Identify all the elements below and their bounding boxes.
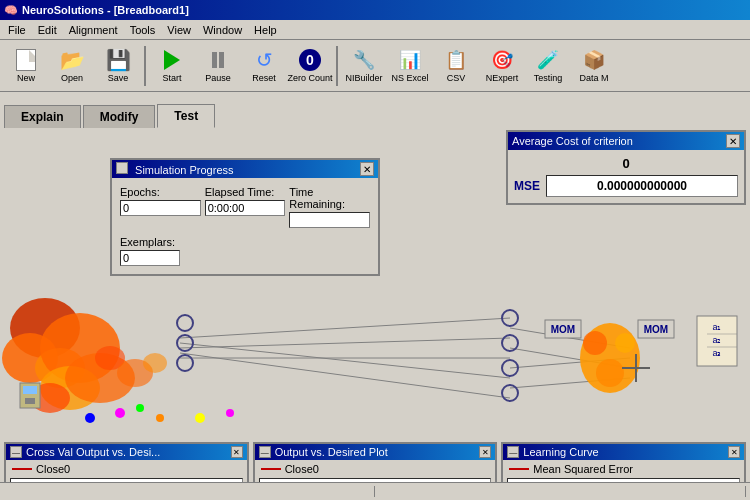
- menu-edit[interactable]: Edit: [32, 22, 63, 38]
- cross-val-close-button[interactable]: ✕: [231, 446, 243, 458]
- cross-val-title: Cross Val Output vs. Desi...: [26, 446, 160, 458]
- zero-count-icon: 0: [298, 48, 322, 72]
- open-button[interactable]: 📂 Open: [50, 43, 94, 89]
- nibuilder-icon: 🔧: [352, 48, 376, 72]
- menu-window[interactable]: Window: [197, 22, 248, 38]
- menu-help[interactable]: Help: [248, 22, 283, 38]
- open-label: Open: [61, 73, 83, 83]
- progress-grid: Epochs: Elapsed Time: Time Remaining:: [120, 186, 370, 228]
- exemplars-label: Exemplars:: [120, 236, 370, 248]
- svg-point-33: [596, 359, 624, 387]
- sim-progress-content: Epochs: Elapsed Time: Time Remaining: Ex…: [112, 178, 378, 274]
- reset-label: Reset: [252, 73, 276, 83]
- title-bar: 🧠 NeuroSolutions - [Breadboard1]: [0, 0, 750, 20]
- reset-button[interactable]: ↺ Reset: [242, 43, 286, 89]
- testing-label: Testing: [534, 73, 563, 83]
- output-desired-legend-line: [261, 468, 281, 470]
- status-bar: [0, 482, 750, 500]
- sim-progress-close-button[interactable]: ✕: [360, 162, 374, 176]
- cross-val-legend: Close0: [6, 460, 247, 478]
- mse-label: MSE: [514, 179, 540, 193]
- menu-file[interactable]: File: [2, 22, 32, 38]
- exemplars-field: Exemplars:: [120, 236, 370, 266]
- remaining-field: Time Remaining:: [289, 186, 370, 228]
- csv-icon: 📋: [444, 48, 468, 72]
- cross-val-minimize-button[interactable]: —: [10, 446, 22, 458]
- menu-view[interactable]: View: [161, 22, 197, 38]
- sim-progress-title-bar: Simulation Progress ✕: [112, 160, 378, 178]
- ns-excel-button[interactable]: 📊 NS Excel: [388, 43, 432, 89]
- status-section-2: [375, 486, 746, 497]
- menu-tools[interactable]: Tools: [124, 22, 162, 38]
- output-desired-legend: Close0: [255, 460, 496, 478]
- tab-test[interactable]: Test: [157, 104, 215, 128]
- zero-count-label: Zero Count: [287, 73, 332, 83]
- output-desired-legend-label: Close0: [285, 463, 319, 475]
- zero-count-button[interactable]: 0 Zero Count: [288, 43, 332, 89]
- learning-curve-legend: Mean Squared Error: [503, 460, 744, 478]
- cross-val-title-left: — Cross Val Output vs. Desi...: [10, 446, 160, 458]
- pause-button[interactable]: Pause: [196, 43, 240, 89]
- nexpert-label: NExpert: [486, 73, 519, 83]
- reset-icon: ↺: [252, 48, 276, 72]
- avg-cost-title-bar: Average Cost of criterion ✕: [508, 132, 744, 150]
- tab-modify[interactable]: Modify: [83, 105, 156, 128]
- nibuilder-button[interactable]: 🔧 NIBuilder: [342, 43, 386, 89]
- avg-cost-content: 0 MSE 0.000000000000: [508, 150, 744, 203]
- menu-alignment[interactable]: Alignment: [63, 22, 124, 38]
- output-desired-title-bar: — Output vs. Desired Plot ✕: [255, 444, 496, 460]
- new-button[interactable]: New: [4, 43, 48, 89]
- svg-point-11: [226, 409, 234, 417]
- output-desired-close-button[interactable]: ✕: [479, 446, 491, 458]
- save-button[interactable]: 💾 Save: [96, 43, 140, 89]
- csv-button[interactable]: 📋 CSV: [434, 43, 478, 89]
- ns-excel-label: NS Excel: [391, 73, 428, 83]
- start-button[interactable]: Start: [150, 43, 194, 89]
- menu-bar: File Edit Alignment Tools View Window He…: [0, 20, 750, 40]
- nexpert-button[interactable]: 🎯 NExpert: [480, 43, 524, 89]
- tab-bar: Explain Modify Test: [0, 92, 750, 128]
- epochs-label: Epochs:: [120, 186, 201, 198]
- svg-point-32: [615, 333, 635, 353]
- svg-text:MOM: MOM: [644, 324, 668, 335]
- avg-cost-close-button[interactable]: ✕: [726, 134, 740, 148]
- start-icon: [160, 48, 184, 72]
- svg-point-51: [143, 353, 167, 373]
- status-section-1: [4, 486, 375, 497]
- elapsed-input: [205, 200, 286, 216]
- learning-curve-minimize-button[interactable]: —: [507, 446, 519, 458]
- svg-point-31: [583, 331, 607, 355]
- data-m-button[interactable]: 📦 Data M: [572, 43, 616, 89]
- learning-curve-legend-line: [509, 468, 529, 470]
- cross-val-legend-line: [12, 468, 32, 470]
- svg-point-8: [115, 408, 125, 418]
- elapsed-label: Elapsed Time:: [205, 186, 286, 198]
- svg-text:a₃: a₃: [712, 348, 721, 358]
- new-label: New: [17, 73, 35, 83]
- svg-text:a₁: a₁: [712, 322, 721, 332]
- output-desired-title: Output vs. Desired Plot: [275, 446, 388, 458]
- toolbar: New 📂 Open 💾 Save Start Pause ↺: [0, 40, 750, 92]
- learning-curve-legend-label: Mean Squared Error: [533, 463, 633, 475]
- avg-cost-panel: Average Cost of criterion ✕ 0 MSE 0.0000…: [506, 130, 746, 205]
- separator-2: [336, 46, 338, 86]
- cross-val-legend-label: Close0: [36, 463, 70, 475]
- learning-curve-close-button[interactable]: ✕: [728, 446, 740, 458]
- pause-icon: [206, 48, 230, 72]
- tab-explain[interactable]: Explain: [4, 105, 81, 128]
- remaining-input: [289, 212, 370, 228]
- exemplars-input: [120, 250, 180, 266]
- svg-point-12: [85, 413, 95, 423]
- learning-curve-title-bar: — Learning Curve ✕: [503, 444, 744, 460]
- separator-1: [144, 46, 146, 86]
- epochs-input: [120, 200, 201, 216]
- svg-point-9: [136, 404, 144, 412]
- testing-button[interactable]: 🧪 Testing: [526, 43, 570, 89]
- save-icon: 💾: [106, 48, 130, 72]
- mse-value: 0.000000000000: [546, 175, 738, 197]
- output-desired-minimize-button[interactable]: —: [259, 446, 271, 458]
- svg-text:a₂: a₂: [712, 335, 721, 345]
- svg-point-10: [195, 413, 205, 423]
- output-desired-title-left: — Output vs. Desired Plot: [259, 446, 388, 458]
- window-title: NeuroSolutions - [Breadboard1]: [22, 4, 189, 16]
